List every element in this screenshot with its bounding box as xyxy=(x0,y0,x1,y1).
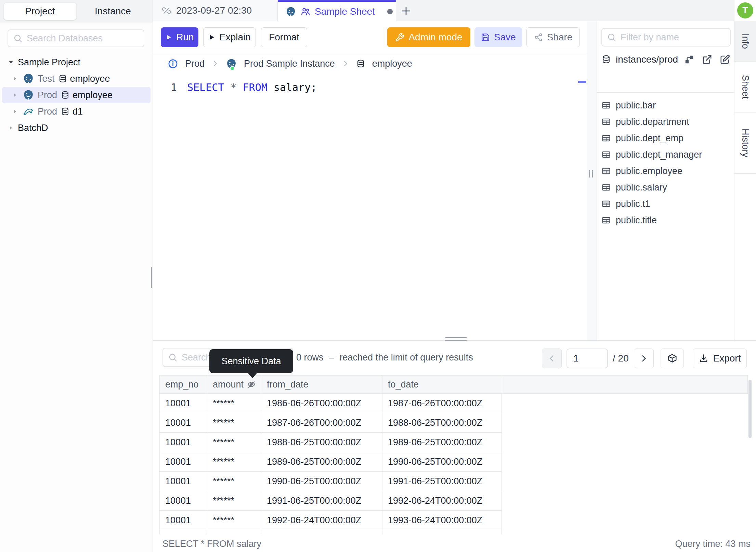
grid-row-partial xyxy=(159,530,748,534)
editor-schema-divider[interactable] xyxy=(587,21,597,340)
tree-item-prod-d1[interactable]: Prod d1 xyxy=(2,103,151,120)
export-button[interactable]: Export xyxy=(693,349,747,368)
results-resize-handle[interactable] xyxy=(445,337,467,341)
cell-emp-no: 10001 xyxy=(159,433,207,452)
tree-item-sample-project[interactable]: Sample Project xyxy=(2,54,151,70)
breadcrumb-environment[interactable]: Prod xyxy=(185,58,205,69)
grid-row[interactable]: 10001 ****** 1988-06-25T00:00:00Z 1989-0… xyxy=(159,433,748,452)
result-summary: 0 rows – reached the limit of query resu… xyxy=(296,348,473,367)
save-icon xyxy=(481,33,490,42)
cell-to-date: 1993-06-24T00:00:00Z xyxy=(382,511,502,530)
grid-row[interactable]: 10001 ****** 1986-06-26T00:00:00Z 1987-0… xyxy=(159,394,748,413)
tab-sample-sheet[interactable]: Sample Sheet xyxy=(278,0,396,22)
unlink-icon xyxy=(162,6,171,15)
schema-diagram-icon[interactable] xyxy=(684,54,694,65)
save-button[interactable]: Save xyxy=(474,27,522,47)
table-item-salary[interactable]: public.salary xyxy=(601,179,667,196)
next-page-button[interactable] xyxy=(634,349,654,368)
chevron-left-icon xyxy=(547,354,556,363)
table-icon xyxy=(601,199,611,209)
table-name: public.dept_manager xyxy=(616,149,702,160)
grid-row[interactable]: 10001 ****** 1991-06-25T00:00:00Z 1992-0… xyxy=(159,491,748,511)
admin-mode-button[interactable]: Admin mode xyxy=(387,27,470,47)
editor-minimap[interactable] xyxy=(578,74,587,340)
format-label: Format xyxy=(269,32,299,43)
column-header-emp-no: emp_no xyxy=(159,375,207,394)
table-icon xyxy=(601,166,611,176)
share-label: Share xyxy=(547,32,573,43)
eye-off-icon[interactable] xyxy=(247,380,256,389)
share-button[interactable]: Share xyxy=(526,27,580,47)
table-item-title[interactable]: public.title xyxy=(601,212,657,228)
sql-operator: * xyxy=(224,81,243,93)
table-item-dept-manager[interactable]: public.dept_manager xyxy=(601,146,702,163)
grid-row[interactable]: 10001 ****** 1989-06-25T00:00:00Z 1990-0… xyxy=(159,452,748,472)
table-name: public.salary xyxy=(616,182,667,193)
database-icon xyxy=(356,59,365,68)
plus-icon xyxy=(400,5,412,17)
environment-label: Prod xyxy=(38,90,57,101)
minimap-code-mark xyxy=(578,81,586,83)
right-rail: T Info Sheet History xyxy=(734,0,756,340)
cell-emp-no: 10001 xyxy=(159,472,207,491)
external-link-icon[interactable] xyxy=(702,54,712,65)
table-item-dept-emp[interactable]: public.dept_emp xyxy=(601,130,683,146)
breadcrumb-instance[interactable]: Prod Sample Instance xyxy=(244,58,335,69)
caret-right-icon[interactable] xyxy=(12,92,18,98)
schema-panel-resize-handle[interactable] xyxy=(589,170,593,178)
rail-tab-sheet[interactable]: Sheet xyxy=(734,62,756,113)
tree-item-prod-employee[interactable]: Prod employee xyxy=(2,87,151,103)
tab-label: 2023-09-27 02:30 xyxy=(176,5,252,16)
table-item-t1[interactable]: public.t1 xyxy=(601,196,650,212)
tab-instance[interactable]: Instance xyxy=(77,2,149,20)
search-databases-input[interactable] xyxy=(27,33,139,44)
cell-emp-no: 10001 xyxy=(159,511,207,530)
grid-scrollbar-thumb[interactable] xyxy=(748,380,752,438)
caret-down-icon[interactable] xyxy=(8,59,14,65)
project-label: Sample Project xyxy=(18,57,80,68)
results-panel: Sensitive Data 0 rows – reached the limi… xyxy=(153,340,756,552)
postgres-icon xyxy=(23,89,34,101)
instance-online-dot xyxy=(230,66,235,71)
grid-row[interactable]: 10001 ****** 1987-06-26T00:00:00Z 1988-0… xyxy=(159,413,748,433)
avatar[interactable]: T xyxy=(737,2,753,18)
grid-row[interactable]: 10001 ****** 1992-06-24T00:00:00Z 1993-0… xyxy=(159,511,748,530)
explain-button[interactable]: Explain xyxy=(203,27,256,47)
prev-page-button[interactable] xyxy=(542,349,562,368)
rail-tab-history[interactable]: History xyxy=(734,113,756,174)
sidebar-tab-switcher: Project Instance xyxy=(0,0,153,23)
tree-item-test-employee[interactable]: Test employee xyxy=(2,70,151,87)
info-icon[interactable] xyxy=(168,58,178,69)
masking-box-button[interactable] xyxy=(661,349,684,368)
sql-editor[interactable]: 1 SELECT * FROM salary; xyxy=(153,74,587,340)
grid-row[interactable]: 10001 ****** 1990-06-25T00:00:00Z 1991-0… xyxy=(159,472,748,491)
table-item-bar[interactable]: public.bar xyxy=(601,97,656,114)
tab-project[interactable]: Project xyxy=(3,2,77,20)
environment-label: Test xyxy=(38,74,55,84)
rail-tab-info[interactable]: Info xyxy=(734,21,756,62)
postgres-icon xyxy=(226,58,237,69)
edit-icon[interactable] xyxy=(720,54,730,65)
database-icon xyxy=(58,74,67,83)
caret-right-icon[interactable] xyxy=(8,125,14,131)
results-statusbar: SELECT * FROM salary Query time: 43 ms xyxy=(153,536,756,552)
caret-right-icon[interactable] xyxy=(12,109,18,114)
format-button[interactable]: Format xyxy=(261,27,307,47)
tab-unsaved-sheet[interactable]: 2023-09-27 02:30 xyxy=(153,0,278,21)
run-button[interactable]: Run xyxy=(161,27,198,47)
table-item-employee[interactable]: public.employee xyxy=(601,163,682,179)
page-number-input[interactable] xyxy=(566,349,608,368)
cell-to-date: 1989-06-25T00:00:00Z xyxy=(382,433,502,452)
database-icon xyxy=(61,91,70,100)
cell-amount-masked: ****** xyxy=(207,433,261,452)
table-item-department[interactable]: public.department xyxy=(601,114,689,130)
grid-header-row: emp_no amount from_date to_date xyxy=(159,375,748,394)
caret-right-icon[interactable] xyxy=(12,76,18,81)
breadcrumb-database[interactable]: employee xyxy=(372,58,412,69)
filter-by-name-input[interactable] xyxy=(621,32,725,43)
postgres-icon xyxy=(23,73,34,84)
admin-mode-label: Admin mode xyxy=(408,32,462,43)
tree-item-batchd[interactable]: BatchD xyxy=(2,120,151,136)
code-line[interactable]: SELECT * FROM salary; xyxy=(187,81,317,93)
new-tab-button[interactable] xyxy=(400,5,412,17)
